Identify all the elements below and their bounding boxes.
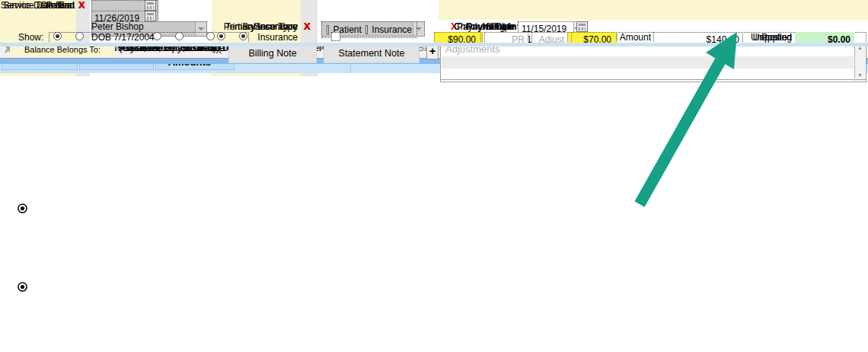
bottom-strip — [0, 43, 868, 46]
balance-type-patient-checkbox[interactable] — [327, 25, 329, 34]
clear-patient-icon[interactable]: X — [78, 0, 85, 10]
patient-name: Peter Bishop — [91, 21, 155, 32]
calendar-icon[interactable] — [145, 0, 156, 11]
balance-type-insurance-label: Insurance — [372, 24, 412, 35]
adjustments-table-empty: Adjustments ▲ ▼ — [440, 43, 866, 80]
show-label: Show: — [18, 32, 43, 43]
belongs-insurance-radio[interactable] — [239, 32, 247, 40]
balance-type-label: Balance Type — [212, 21, 298, 32]
clear-balance-type-icon[interactable]: X — [304, 21, 311, 31]
calendar-icon[interactable] — [145, 11, 156, 21]
unapplied-label: Unapplied — [716, 32, 792, 43]
belongs-patient-radio[interactable] — [153, 32, 161, 40]
payment-info-header-band — [439, 0, 868, 20]
eye-icon[interactable] — [17, 203, 28, 214]
payment-check-number-label: Check Number — [439, 21, 515, 32]
scroll-down-icon[interactable]: ▼ — [855, 72, 865, 78]
payment-posting-screen: Service Date Start Service Date End Clin… — [0, 0, 868, 352]
calendar-icon[interactable] — [576, 21, 588, 32]
show-outstanding-radio[interactable] — [53, 32, 62, 40]
eye-icon[interactable] — [17, 281, 28, 293]
balance-type-insurance-checkbox[interactable] — [365, 25, 368, 34]
sort-by-date-checkbox[interactable] — [331, 32, 340, 41]
belongs-patient-radio[interactable] — [175, 32, 183, 40]
show-any-balance-radio[interactable] — [75, 32, 84, 40]
adjustments-scrollbar[interactable]: ▲ ▼ — [854, 44, 865, 78]
patient-label: Patient — [0, 0, 75, 11]
